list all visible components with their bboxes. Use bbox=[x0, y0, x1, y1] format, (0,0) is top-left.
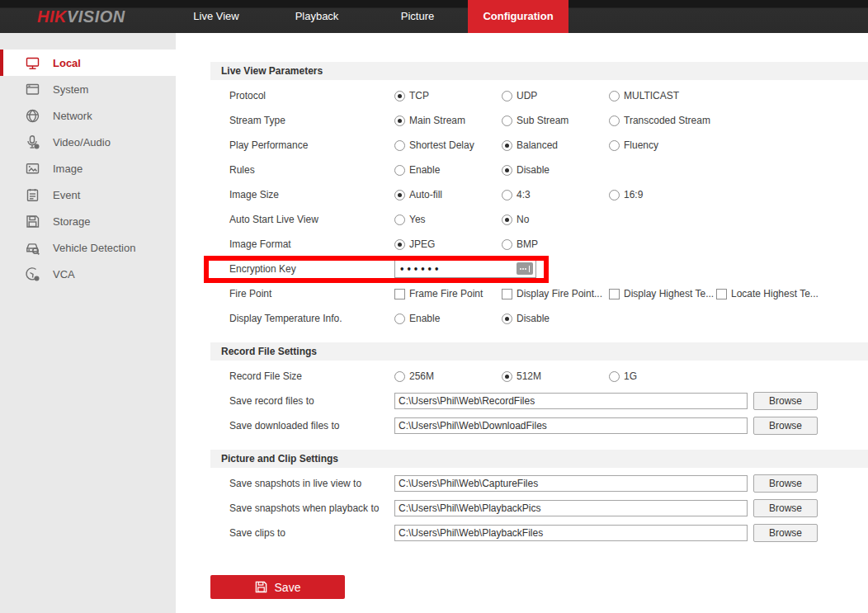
config-sidebar: Local System Network Video/Audio Image E… bbox=[0, 33, 176, 613]
sidebar-item-event[interactable]: Event bbox=[0, 182, 176, 208]
radio-icon[interactable] bbox=[609, 91, 620, 101]
snapshot-playback-path-input[interactable] bbox=[394, 500, 748, 516]
radio-option-rules-enable[interactable]: Enable bbox=[394, 164, 502, 176]
radio-icon[interactable] bbox=[609, 371, 620, 382]
radio-option-balanced[interactable]: Balanced bbox=[502, 139, 609, 151]
checkbox-display-fire-point[interactable]: Display Fire Point... bbox=[502, 288, 609, 299]
radio-icon[interactable] bbox=[502, 190, 512, 200]
image-icon bbox=[25, 161, 40, 177]
clips-path-input[interactable] bbox=[394, 525, 748, 541]
option-label: Balanced bbox=[517, 139, 558, 151]
sidebar-item-image[interactable]: Image bbox=[0, 155, 176, 182]
row-label: Protocol bbox=[229, 90, 394, 101]
option-label: 4:3 bbox=[517, 189, 531, 200]
tab-picture[interactable]: Picture bbox=[367, 0, 468, 33]
radio-icon[interactable] bbox=[394, 239, 405, 250]
radio-icon[interactable] bbox=[394, 165, 405, 176]
save-button[interactable]: Save bbox=[210, 575, 345, 599]
radio-option-transcoded-stream[interactable]: Transcoded Stream bbox=[609, 115, 716, 126]
radio-option-rules-disable[interactable]: Disable bbox=[502, 164, 609, 176]
radio-option-main-stream[interactable]: Main Stream bbox=[394, 115, 502, 126]
radio-option-auto-fill[interactable]: Auto-fill bbox=[394, 189, 502, 200]
browse-button[interactable]: Browse bbox=[753, 524, 818, 542]
tab-live-view[interactable]: Live View bbox=[166, 0, 267, 33]
row-encryption-key: Encryption Key bbox=[176, 257, 868, 281]
row-fire-point: Fire Point Frame Fire Point Display Fire… bbox=[176, 281, 868, 306]
checkbox-display-highest-temp[interactable]: Display Highest Te... bbox=[609, 288, 716, 299]
checkbox-icon[interactable] bbox=[394, 289, 405, 299]
row-save-snapshots-live-view: Save snapshots in live view to Browse bbox=[176, 471, 868, 496]
row-label: Save snapshots in live view to bbox=[229, 478, 394, 489]
checkbox-icon[interactable] bbox=[609, 289, 620, 299]
sidebar-item-vca[interactable]: VCA bbox=[0, 261, 176, 287]
checkbox-locate-highest-temp[interactable]: Locate Highest Te... bbox=[716, 288, 823, 299]
radio-icon[interactable] bbox=[502, 215, 512, 225]
radio-icon[interactable] bbox=[394, 371, 405, 382]
radio-option-jpeg[interactable]: JPEG bbox=[394, 238, 502, 250]
sidebar-item-system[interactable]: System bbox=[0, 76, 176, 102]
tab-playback[interactable]: Playback bbox=[267, 0, 367, 33]
radio-icon[interactable] bbox=[502, 165, 512, 176]
checkbox-frame-fire-point[interactable]: Frame Fire Point bbox=[394, 288, 502, 299]
radio-option-temp-disable[interactable]: Disable bbox=[502, 313, 609, 324]
radio-icon[interactable] bbox=[502, 314, 512, 324]
sidebar-item-vehicle-detection[interactable]: Vehicle Detection bbox=[0, 234, 176, 261]
radio-option-512m[interactable]: 512M bbox=[502, 370, 609, 382]
option-label: Yes bbox=[409, 214, 426, 225]
radio-icon[interactable] bbox=[394, 215, 405, 225]
browse-button[interactable]: Browse bbox=[753, 392, 818, 410]
radio-option-no[interactable]: No bbox=[502, 214, 609, 225]
row-save-clips: Save clips to Browse bbox=[176, 521, 868, 545]
checkbox-icon[interactable] bbox=[716, 289, 727, 299]
radio-icon[interactable] bbox=[394, 140, 405, 151]
browse-button[interactable]: Browse bbox=[753, 417, 818, 435]
soft-keyboard-icon[interactable] bbox=[517, 262, 533, 275]
radio-option-shortest-delay[interactable]: Shortest Delay bbox=[394, 139, 502, 151]
radio-option-fluency[interactable]: Fluency bbox=[609, 139, 716, 151]
radio-option-tcp[interactable]: TCP bbox=[394, 90, 502, 101]
radio-icon[interactable] bbox=[609, 116, 620, 126]
option-label: 16:9 bbox=[624, 189, 643, 200]
tab-configuration[interactable]: Configuration bbox=[468, 0, 568, 33]
row-save-record-files: Save record files to Browse bbox=[176, 389, 868, 413]
option-label: UDP bbox=[517, 90, 537, 101]
radio-icon[interactable] bbox=[502, 371, 512, 382]
radio-icon[interactable] bbox=[502, 140, 512, 151]
record-files-path-input[interactable] bbox=[394, 393, 748, 409]
radio-option-4-3[interactable]: 4:3 bbox=[502, 189, 609, 200]
radio-option-sub-stream[interactable]: Sub Stream bbox=[502, 115, 609, 126]
radio-icon[interactable] bbox=[502, 91, 512, 101]
sidebar-item-local[interactable]: Local bbox=[0, 50, 176, 76]
radio-option-yes[interactable]: Yes bbox=[394, 214, 502, 225]
globe-icon bbox=[25, 108, 40, 124]
window-icon bbox=[25, 82, 40, 97]
checkbox-icon[interactable] bbox=[502, 289, 512, 299]
radio-icon[interactable] bbox=[609, 140, 620, 151]
snapshot-liveview-path-input[interactable] bbox=[394, 475, 748, 492]
downloaded-files-path-input[interactable] bbox=[394, 417, 748, 434]
row-record-file-size: Record File Size 256M 512M 1G bbox=[176, 364, 868, 389]
radio-option-bmp[interactable]: BMP bbox=[502, 238, 609, 250]
radio-option-udp[interactable]: UDP bbox=[502, 90, 609, 101]
radio-option-1g[interactable]: 1G bbox=[609, 370, 716, 382]
encryption-key-input[interactable] bbox=[394, 260, 536, 278]
radio-option-256m[interactable]: 256M bbox=[394, 370, 502, 382]
radio-option-multicast[interactable]: MULTICAST bbox=[609, 90, 716, 101]
radio-icon[interactable] bbox=[394, 190, 405, 200]
browse-button[interactable]: Browse bbox=[753, 474, 818, 493]
radio-icon[interactable] bbox=[394, 314, 405, 324]
radio-icon[interactable] bbox=[502, 116, 512, 126]
radio-icon[interactable] bbox=[502, 239, 512, 250]
radio-icon[interactable] bbox=[394, 116, 405, 126]
row-image-format: Image Format JPEG BMP bbox=[176, 232, 868, 257]
sidebar-item-video-audio[interactable]: Video/Audio bbox=[0, 129, 176, 155]
sidebar-item-storage[interactable]: Storage bbox=[0, 208, 176, 234]
option-label: Enable bbox=[409, 313, 440, 324]
option-label: Locate Highest Te... bbox=[731, 288, 818, 299]
sidebar-item-network[interactable]: Network bbox=[0, 102, 176, 129]
browse-button[interactable]: Browse bbox=[753, 499, 818, 517]
radio-icon[interactable] bbox=[609, 190, 620, 200]
radio-option-16-9[interactable]: 16:9 bbox=[609, 189, 716, 200]
radio-option-temp-enable[interactable]: Enable bbox=[394, 313, 502, 324]
radio-icon[interactable] bbox=[394, 91, 405, 101]
